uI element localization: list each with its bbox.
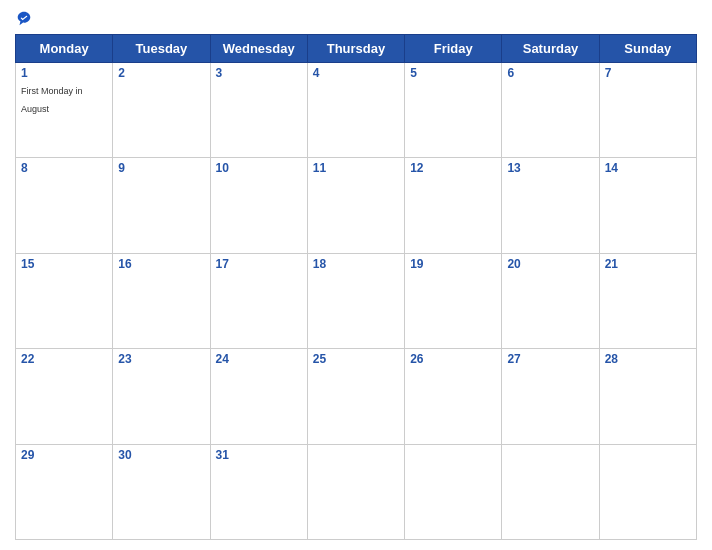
calendar-cell: 11 [307,158,404,253]
day-number: 30 [118,448,204,462]
day-number: 13 [507,161,593,175]
day-number: 5 [410,66,496,80]
calendar-cell: 9 [113,158,210,253]
calendar-cell: 24 [210,349,307,444]
calendar-week-3: 15161718192021 [16,253,697,348]
day-number: 10 [216,161,302,175]
day-number: 25 [313,352,399,366]
day-number: 29 [21,448,107,462]
calendar-header-row: MondayTuesdayWednesdayThursdayFridaySatu… [16,35,697,63]
day-number: 27 [507,352,593,366]
day-number: 31 [216,448,302,462]
day-header-tuesday: Tuesday [113,35,210,63]
day-number: 24 [216,352,302,366]
day-header-saturday: Saturday [502,35,599,63]
day-number: 18 [313,257,399,271]
calendar-cell: 10 [210,158,307,253]
day-number: 1 [21,66,107,80]
day-number: 21 [605,257,691,271]
calendar-cell: 16 [113,253,210,348]
calendar-cell: 18 [307,253,404,348]
calendar-cell [599,444,696,539]
calendar-cell [502,444,599,539]
calendar-cell: 12 [405,158,502,253]
calendar-week-4: 22232425262728 [16,349,697,444]
day-header-sunday: Sunday [599,35,696,63]
calendar-cell: 1First Monday in August [16,63,113,158]
calendar-table: MondayTuesdayWednesdayThursdayFridaySatu… [15,34,697,540]
day-number: 19 [410,257,496,271]
day-number: 15 [21,257,107,271]
calendar-cell: 25 [307,349,404,444]
calendar-cell: 29 [16,444,113,539]
calendar-cell: 14 [599,158,696,253]
calendar-cell: 17 [210,253,307,348]
day-number: 23 [118,352,204,366]
page-header [15,10,697,28]
day-number: 26 [410,352,496,366]
calendar-cell: 28 [599,349,696,444]
day-number: 6 [507,66,593,80]
calendar-cell [405,444,502,539]
calendar-cell: 6 [502,63,599,158]
calendar-cell: 27 [502,349,599,444]
day-number: 12 [410,161,496,175]
event-text: First Monday in August [21,86,83,114]
calendar-cell: 13 [502,158,599,253]
calendar-cell: 15 [16,253,113,348]
day-header-wednesday: Wednesday [210,35,307,63]
day-header-friday: Friday [405,35,502,63]
calendar-week-2: 891011121314 [16,158,697,253]
calendar-cell: 31 [210,444,307,539]
day-number: 3 [216,66,302,80]
day-number: 2 [118,66,204,80]
day-number: 7 [605,66,691,80]
day-number: 20 [507,257,593,271]
day-number: 4 [313,66,399,80]
calendar-cell: 4 [307,63,404,158]
calendar-cell: 30 [113,444,210,539]
calendar-cell: 2 [113,63,210,158]
calendar-cell: 7 [599,63,696,158]
day-number: 28 [605,352,691,366]
calendar-cell: 26 [405,349,502,444]
day-header-thursday: Thursday [307,35,404,63]
day-number: 11 [313,161,399,175]
calendar-cell: 5 [405,63,502,158]
calendar-cell: 20 [502,253,599,348]
calendar-cell: 3 [210,63,307,158]
calendar-cell: 22 [16,349,113,444]
calendar-week-1: 1First Monday in August234567 [16,63,697,158]
day-number: 8 [21,161,107,175]
calendar-cell: 21 [599,253,696,348]
calendar-cell: 23 [113,349,210,444]
calendar-week-5: 293031 [16,444,697,539]
calendar-cell: 8 [16,158,113,253]
calendar-cell: 19 [405,253,502,348]
day-header-monday: Monday [16,35,113,63]
day-number: 14 [605,161,691,175]
logo-bird-icon [15,10,33,28]
calendar-cell [307,444,404,539]
logo [15,10,35,28]
logo-blue-container [15,10,35,28]
day-number: 16 [118,257,204,271]
day-number: 22 [21,352,107,366]
day-number: 17 [216,257,302,271]
day-number: 9 [118,161,204,175]
